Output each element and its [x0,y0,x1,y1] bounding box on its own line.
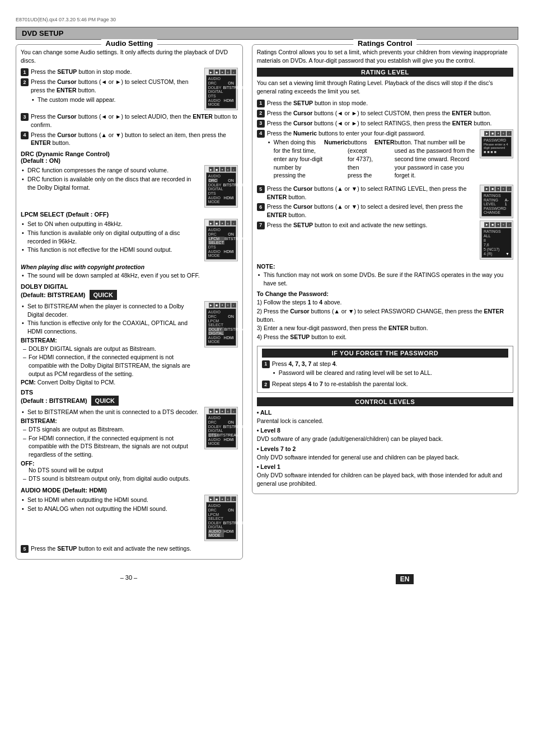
bs-sub2: For HDMI connection, if the connected eq… [29,353,201,378]
screen-inner-1: AUDIO DRCON DOLBY DIGITALBITSTREAM DTS A… [206,75,236,109]
icon-d1: ▶ [209,167,214,172]
icon-d3: ✦ [220,167,225,172]
note-bullets: This function may not work on some DVDs.… [257,271,513,287]
if-step-2-num: 2 [262,381,270,388]
icon2: ◼ [214,69,219,74]
copyright-bullets: The sound will be down sampled at 48kHz,… [21,271,238,280]
icon-db3: ✦ [220,303,225,308]
if-forget-steps: 1 Press 4, 7, 3, 7 at step 4. Password w… [262,360,508,388]
control-levels-section: CONTROL LEVELS • ALL Parental lock is ca… [257,397,513,487]
cpw-4: 4) Press the SETUP button to exit. [257,333,513,341]
icon3: ✦ [220,69,225,74]
am-b2: Set to ANALOG when not outputting the HD… [27,505,201,513]
steps-1-2-row: 1 Press the SETUP button in stop mode. 2… [21,68,238,110]
icon-r3-3: ✦ [495,222,500,227]
r-step-3: 3 Press the Cursor buttons (◄ or ►) to s… [257,119,513,128]
icon-d2: ◼ [214,167,219,172]
dts-bitstream-sub: DTS signals are output as Bitstream. For… [21,425,201,459]
audio-step5: 5 Press the SETUP button to exit and act… [21,544,238,553]
r-step-4: 4 Press the Numeric buttons to enter you… [257,129,476,181]
icon-dts1: ▶ [209,408,214,414]
icon-am1: ▶ [209,496,214,501]
step-2: 2 Press the Cursor buttons (◄ or ►) to s… [21,78,201,105]
page: E8701UD(EN).qx4 07.3.20 5:46 PM Page 30 … [0,0,534,756]
icon-dts2: ◼ [214,408,219,414]
dolby-bullets: Set to BITSTREAM when the player is conn… [21,302,201,336]
audio-steps-3-4: 3 Press the Cursor buttons (◄ or ►) to s… [21,112,238,147]
bs-sub1: DOLBY DIGITAL signals are output as Bits… [29,345,201,353]
control-levels-title: CONTROL LEVELS [257,397,513,406]
dts-off-label: OFF: [21,460,201,467]
r-step-7-num: 7 [257,222,265,229]
r-step-5-num: 5 [257,185,265,193]
ratings-img-stack-2: ▶ ◼ ✦ ≡ ♪ RATINGS RATING LEVELA-1 PASSWO… [480,185,513,260]
if-step-2-text: Repeat steps 4 to 7 to re-establish the … [272,380,408,388]
lpcm-row: Set to ON when outputting in 48kHz. This… [21,219,238,261]
drc-bullets: DRC function compresses the range of sou… [21,166,201,191]
screen-inner-drc: AUDIO DRCON DOLBY DIGITALBITSTREAM DTS A… [206,172,236,206]
copyright-b1: The sound will be down sampled at 48kHz,… [27,271,238,280]
r-step-7: 7 Press the SETUP button to exit and act… [257,221,476,229]
bitstream-sub: DOLBY DIGITAL signals are output as Bits… [21,345,201,378]
quick-badge-dts: QUICK [91,396,119,406]
en-badge: EN [396,574,414,584]
audio-steps-1-2: 1 Press the SETUP button in stop mode. 2… [21,68,201,105]
r-step-4-bullet: When doing this for the first time, ente… [274,138,476,179]
audio-mode-row: Set to HDMI when outputting the HDMI sou… [21,495,238,541]
level-all: • ALL Parental lock is canceled. [257,408,513,425]
if-step-1-num: 1 [262,360,270,368]
icon-am2: ◼ [214,496,219,501]
icon-l5: ♪ [231,220,236,226]
icon-r1-3: ✦ [495,131,500,136]
step-4-num: 4 [21,132,29,139]
note-b1: This function may not work on some DVDs.… [264,271,513,287]
step-4: 4 Press the Cursor buttons (▲ or ▼) butt… [21,131,238,147]
icon-r2-3: ✦ [495,186,500,191]
dts-off-text: No DTS sound will be output [21,467,201,473]
drc-bullet-1: DRC function compresses the range of sou… [27,166,201,175]
icon-r1-1: ▶ [484,131,489,136]
r-step-2-text: Press the Cursor buttons (◄ or ►) to sel… [267,109,491,118]
lpcm-bullets: Set to ON when outputting in 48kHz. This… [21,220,201,254]
lpcm-b3: This function is not effective for the H… [27,246,201,254]
icon1: ▶ [209,69,214,74]
cpw-3: 3) Enter a new four-digit password, then… [257,324,513,332]
level-7-2: • Levels 7 to 2 Only DVD software intend… [257,445,513,461]
r-step-4-text: Press the Numeric buttons to enter your … [267,129,476,181]
icon-dts3: ✦ [220,408,225,414]
main-title: DVD SETUP [16,27,518,40]
level-8: • Level 8 DVD software of any grade (adu… [257,426,513,443]
r-step-6-text: Press the Cursor buttons (▲ or ▼) to sel… [267,203,476,219]
step-2-text: Press the Cursor buttons (◄ or ►) to sel… [31,78,201,105]
step-4-text: Press the Cursor buttons (▲ or ▼) button… [31,131,238,147]
screen-inner-r3: RATINGS ALL 8 7,6 5 (NC17) 4 (R)▼ [481,228,512,258]
icon-r1-2: ◼ [490,131,495,136]
audio-mode-heading: AUDIO MODE (Default: HDMI) [21,487,238,494]
ratings-control-section: Ratings Control Ratings Control allows y… [252,44,518,494]
ratings-steps-1-3: 1 Press the SETUP button in stop mode. 2… [257,99,513,128]
icon-d5: ♪ [231,167,236,172]
ratings-control-title: Ratings Control [353,39,417,48]
level-1: • Level 1 Only DVD software intended for… [257,463,513,487]
lpcm-heading: LPCM SELECT (Default : OFF) [21,211,238,218]
icon-am3: ✦ [220,496,225,501]
level-list: • ALL Parental lock is canceled. • Level… [257,408,513,487]
dts-off-sub: DTS sound is bitstream output only, from… [21,475,201,483]
r-step4-row: 4 Press the Numeric buttons to enter you… [257,129,513,182]
rating-level-title: RATING LEVEL [257,68,513,77]
screen-inner-r1: PASSWORD Please enter a 4 digit password… [481,137,512,157]
screen-img-r1: ▶ ◼ ✦ ≡ ♪ PASSWORD Please enter a 4 digi… [480,129,513,158]
icon-r2-4: ≡ [501,186,506,191]
icon-db1: ▶ [209,303,214,308]
ratings-intro: Ratings Control allows you to set a limi… [257,48,513,64]
left-column: Audio Setting You can change some Audio … [16,44,243,565]
dts-bs2: For HDMI connection, if the connected eq… [29,434,201,459]
icon-r3-4: ≡ [501,222,506,227]
if-step-2: 2 Repeat steps 4 to 7 to re-establish th… [262,380,508,388]
r-step-4-num: 4 [257,130,265,138]
icon-db5: ♪ [231,303,236,308]
dts-b1: Set to BITSTREAM when the unit is connec… [27,408,201,416]
ratings-img-stack-1: ▶ ◼ ✦ ≡ ♪ PASSWORD Please enter a 4 digi… [480,129,513,158]
page-num: – 30 – [120,574,138,584]
dts-bitstream-label: BITSTREAM: [21,417,201,424]
